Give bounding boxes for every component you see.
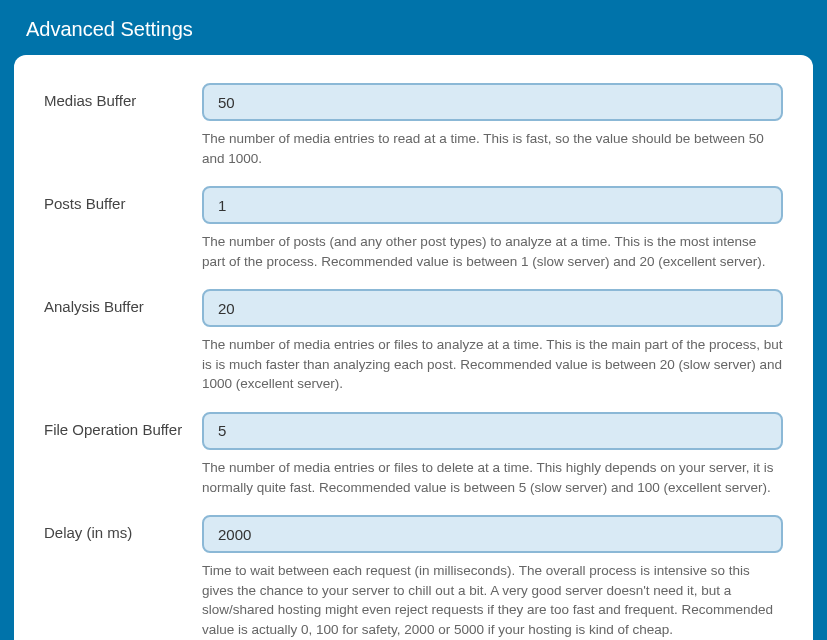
row-file-op-buffer: File Operation Buffer The number of medi… [44,412,783,497]
input-delay[interactable] [202,515,783,553]
help-analysis-buffer: The number of media entries or files to … [202,335,783,394]
help-delay: Time to wait between each request (in mi… [202,561,783,639]
help-medias-buffer: The number of media entries to read at a… [202,129,783,168]
label-delay: Delay (in ms) [44,515,202,639]
input-file-op-buffer[interactable] [202,412,783,450]
row-analysis-buffer: Analysis Buffer The number of media entr… [44,289,783,394]
help-posts-buffer: The number of posts (and any other post … [202,232,783,271]
row-medias-buffer: Medias Buffer The number of media entrie… [44,83,783,168]
label-file-op-buffer: File Operation Buffer [44,412,202,497]
settings-panel: Medias Buffer The number of media entrie… [14,55,813,640]
label-posts-buffer: Posts Buffer [44,186,202,271]
input-posts-buffer[interactable] [202,186,783,224]
label-analysis-buffer: Analysis Buffer [44,289,202,394]
page-title: Advanced Settings [0,0,827,55]
input-analysis-buffer[interactable] [202,289,783,327]
input-medias-buffer[interactable] [202,83,783,121]
row-posts-buffer: Posts Buffer The number of posts (and an… [44,186,783,271]
row-delay: Delay (in ms) Time to wait between each … [44,515,783,639]
label-medias-buffer: Medias Buffer [44,83,202,168]
help-file-op-buffer: The number of media entries or files to … [202,458,783,497]
